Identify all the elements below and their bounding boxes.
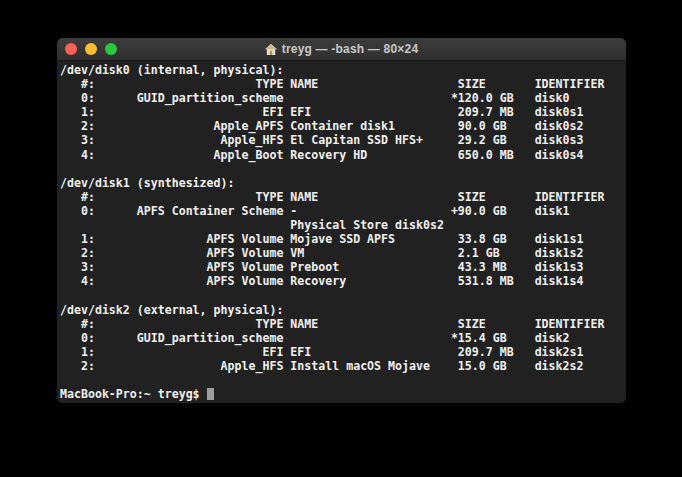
terminal-line: 2: Apple_HFS Install macOS Mojave 15.0 G… — [60, 359, 626, 373]
window-titlebar[interactable]: treyg — -bash — 80×24 — [57, 38, 626, 61]
terminal-line: 1: EFI EFI 209.7 MB disk2s1 — [60, 345, 626, 359]
terminal-line: 4: Apple_Boot Recovery HD 650.0 MB disk0… — [60, 148, 626, 162]
terminal-line: #: TYPE NAME SIZE IDENTIFIER — [60, 317, 626, 331]
terminal-line: 1: EFI EFI 209.7 MB disk0s1 — [60, 105, 626, 119]
terminal-line — [60, 373, 626, 387]
terminal-line: #: TYPE NAME SIZE IDENTIFIER — [60, 77, 626, 91]
terminal-output: /dev/disk0 (internal, physical): #: TYPE… — [60, 63, 626, 401]
terminal-line: /dev/disk2 (external, physical): — [60, 303, 626, 317]
home-icon — [265, 44, 277, 55]
terminal-line: 0: GUID_partition_scheme *15.4 GB disk2 — [60, 331, 626, 345]
terminal-cursor — [207, 388, 214, 400]
terminal-line — [60, 289, 626, 303]
terminal-screen[interactable]: /dev/disk0 (internal, physical): #: TYPE… — [57, 61, 626, 403]
terminal-line: 2: Apple_APFS Container disk1 90.0 GB di… — [60, 119, 626, 133]
terminal-window: treyg — -bash — 80×24 /dev/disk0 (intern… — [57, 38, 626, 403]
prompt-line: MacBook-Pro:~ treyg$ — [60, 387, 626, 401]
window-title-area: treyg — -bash — 80×24 — [57, 38, 626, 60]
terminal-line: 0: GUID_partition_scheme *120.0 GB disk0 — [60, 91, 626, 105]
terminal-line: #: TYPE NAME SIZE IDENTIFIER — [60, 190, 626, 204]
shell-prompt: MacBook-Pro:~ treyg$ — [60, 387, 207, 401]
terminal-line: /dev/disk0 (internal, physical): — [60, 63, 626, 77]
terminal-line — [60, 162, 626, 176]
terminal-lines: /dev/disk0 (internal, physical): #: TYPE… — [60, 63, 626, 387]
window-title: treyg — -bash — 80×24 — [282, 42, 419, 56]
close-button[interactable] — [65, 43, 77, 55]
terminal-line: 3: APFS Volume Preboot 43.3 MB disk1s3 — [60, 260, 626, 274]
zoom-button[interactable] — [105, 43, 117, 55]
terminal-line: 0: APFS Container Scheme - +90.0 GB disk… — [60, 204, 626, 218]
minimize-button[interactable] — [85, 43, 97, 55]
traffic-lights — [65, 43, 117, 55]
terminal-line: 3: Apple_HFS El Capitan SSD HFS+ 29.2 GB… — [60, 133, 626, 147]
terminal-line: Physical Store disk0s2 — [60, 218, 626, 232]
terminal-line: /dev/disk1 (synthesized): — [60, 176, 626, 190]
terminal-line: 4: APFS Volume Recovery 531.8 MB disk1s4 — [60, 274, 626, 288]
terminal-line: 1: APFS Volume Mojave SSD APFS 33.8 GB d… — [60, 232, 626, 246]
terminal-line: 2: APFS Volume VM 2.1 GB disk1s2 — [60, 246, 626, 260]
